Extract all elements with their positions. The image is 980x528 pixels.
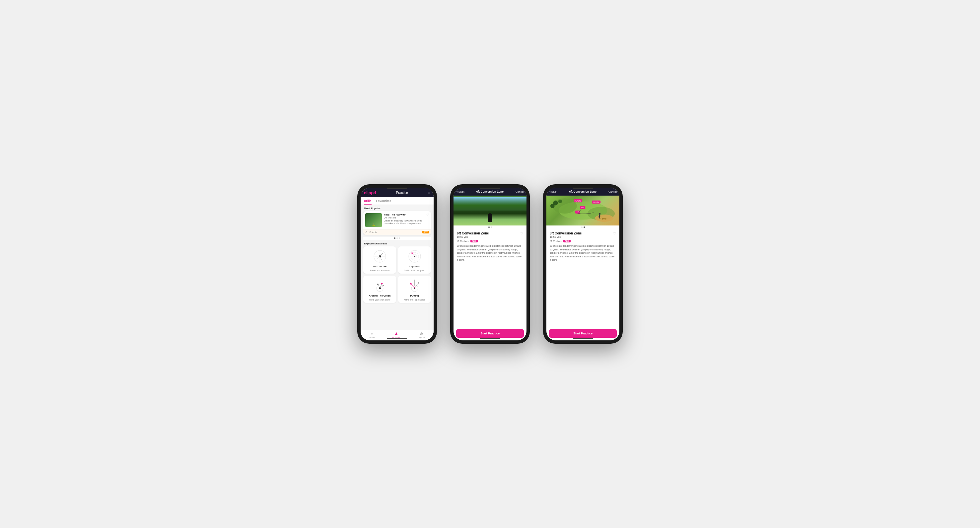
svg-line-6 [377,256,380,259]
drill-range-2: 10-50 yds [457,235,489,238]
svg-text:ROUGH: ROUGH [593,202,599,203]
svg-text:SAND: SAND [602,218,607,220]
detail-dots-3 [546,225,619,229]
cancel-button-2[interactable]: Cancel [515,190,524,193]
ott-badge: OTT [422,231,429,233]
tab-favourites[interactable]: Favourites [376,197,391,204]
skill-card-atg[interactable]: Around The Green Hone your short game [363,276,396,303]
start-practice-button-2[interactable]: Start Practice [456,329,524,338]
phone-2-screen: < Back 6ft Conversion Zone Cancel [453,188,527,340]
arg-badge-2: ARG [471,240,477,242]
detail-dot-1 [488,227,490,228]
most-popular-label: Most Popular [361,205,434,211]
drill-meta-3: ⏱ 20 shots ARG [550,240,616,242]
detail-header-3: < Back 6ft Conversion Zone Cancel [546,188,619,196]
clock-icon-3: ⏱ [550,240,552,242]
svg-line-4 [380,253,383,256]
svg-point-49 [599,213,601,215]
arg-badge-3: ARG [563,240,570,242]
detail-body-3: 6ft Conversion Zone 10-50 yds ♡ ⏱ 20 sho… [546,229,619,326]
skill-card-putting[interactable]: Putting Make and lag practice [398,276,431,303]
golf-map-svg: SAND FAIRWAY ROUGH Hit Miss [546,196,619,225]
ott-name: Off The Tee [373,265,387,268]
shots-2: ⏱ 20 shots [457,240,468,242]
svg-point-20 [382,285,384,286]
svg-point-28 [489,213,491,215]
featured-content: Find The Fairway Off The Tee Create an i… [384,213,424,225]
dot-1 [394,238,395,239]
approach-icon [407,249,422,264]
svg-line-5 [380,256,382,260]
svg-rect-50 [599,215,600,217]
svg-point-18 [377,284,379,285]
phone-3-screen: < Back 6ft Conversion Zone Cancel SAND [546,188,619,340]
home-label: Home [369,337,375,338]
svg-point-40 [550,204,555,208]
nav-capture[interactable]: ⊕ Capture [418,332,425,338]
shots-3: ⏱ 20 shots [550,240,561,242]
practice-body: Most Popular Find The Fairway Off The Te… [361,205,434,330]
featured-drill-name: Find The Fairway [384,213,424,217]
capture-label: Capture [418,337,425,338]
drill-description-2: 20 shots are randomly generated at dista… [457,244,523,262]
capture-icon: ⊕ [420,332,423,336]
detail-title-3: 6ft Conversion Zone [569,190,597,193]
detail-dots-2 [453,225,527,229]
nav-activities[interactable]: ♟ Activities [392,332,400,338]
explore-label: Explore skill areas [361,240,434,246]
detail-header-2: < Back 6ft Conversion Zone Cancel [453,188,527,196]
detail-dot-2 [491,227,492,228]
skill-card-approach[interactable]: Approach Dial-in to hit the green [398,246,431,274]
svg-point-27 [418,282,419,284]
dot-3 [399,238,400,239]
putting-icon [407,278,422,293]
menu-icon[interactable]: ≡ [428,191,430,195]
svg-text:FAIRWAY: FAIRWAY [574,200,581,202]
golfer-silhouette [487,213,493,223]
golf-photo [453,196,527,225]
featured-footer: ⏱ 10 shots OTT [363,229,431,235]
tab-bar: Drills Favourites [361,197,434,205]
detail-dot-3-2 [584,227,585,228]
carousel-dots [363,237,431,240]
drill-description-3: 20 shots are randomly generated at dista… [550,244,616,262]
putting-name: Putting [410,294,419,297]
featured-favourite-icon[interactable]: ♡ [426,213,429,217]
back-button-3[interactable]: < Back [549,190,557,193]
svg-point-22 [414,287,415,289]
trees-background [453,197,527,211]
golf-map: SAND FAIRWAY ROUGH Hit Miss [546,196,619,225]
drill-meta-2: ⏱ 20 shots ARG [457,240,523,242]
featured-category: Off The Tee [384,217,424,219]
drill-title-2: 6ft Conversion Zone [457,231,489,235]
featured-thumbnail [365,213,382,227]
atg-icon [372,278,387,293]
detail-title-2: 6ft Conversion Zone [476,190,504,193]
featured-card-inner: Find The Fairway Off The Tee Create an i… [363,211,431,229]
svg-text:Miss: Miss [581,207,584,209]
nav-home[interactable]: ⌂ Home [369,332,375,338]
dot-2 [396,238,398,239]
fav-icon-3[interactable]: ♡ [613,231,616,235]
skill-card-ott[interactable]: Off The Tee Power and accuracy [363,246,396,274]
tab-drills[interactable]: Drills [364,197,372,204]
back-button-2[interactable]: < Back [456,190,465,193]
phone-1-screen: clippd Practice ≡ Drills Favourites Most… [361,188,434,340]
ott-desc: Power and accuracy [370,269,390,272]
svg-point-25 [410,283,411,285]
svg-line-32 [490,219,491,222]
clock-icon: ⏱ [365,231,368,233]
atg-name: Around The Green [369,294,391,297]
start-practice-button-3[interactable]: Start Practice [549,329,617,338]
putting-desc: Make and lag practice [404,298,425,301]
phone-3: < Back 6ft Conversion Zone Cancel SAND [543,184,623,344]
svg-point-16 [381,283,382,285]
fav-icon-2[interactable]: ♡ [520,231,523,235]
app-logo: clippd [364,190,376,195]
cancel-button-3[interactable]: Cancel [608,190,617,193]
atg-desc: Hone your short game [369,298,390,301]
featured-drill-card[interactable]: Find The Fairway Off The Tee Create an i… [363,211,431,235]
svg-point-39 [558,199,562,203]
activities-label: Activities [392,337,400,338]
drill-title-3: 6ft Conversion Zone [550,231,582,235]
